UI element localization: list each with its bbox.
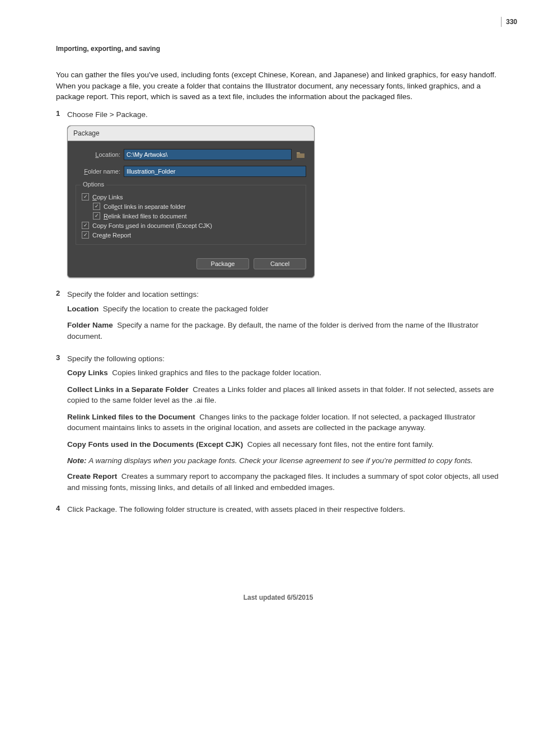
check-icon: ✓ <box>93 212 100 220</box>
def-relink: Relink Linked files to the Document Chan… <box>67 412 500 433</box>
options-group-title: Options <box>81 181 106 188</box>
page-number: 330 <box>501 17 517 27</box>
step-1-text: Choose File > Package. <box>67 109 500 120</box>
step-2-number: 2 <box>56 289 67 297</box>
package-button[interactable]: Package <box>196 258 249 269</box>
foldername-input[interactable]: Illustration_Folder <box>124 166 306 177</box>
step-3: 3 Specify the following options: Copy Li… <box>56 353 500 499</box>
foldername-label: Folder name: <box>76 168 124 175</box>
def-createreport: Create Report Creates a summary report t… <box>67 471 500 493</box>
cancel-button[interactable]: Cancel <box>254 258 306 269</box>
package-dialog: Package Location: C:\My Artwoks\ Folder … <box>67 125 315 278</box>
def-location: Location Specify the location to create … <box>67 304 500 315</box>
page-footer: Last updated 6/5/2015 <box>56 594 500 601</box>
dialog-title: Package <box>68 126 314 141</box>
intro-paragraph: You can gather the files you've used, in… <box>56 69 500 102</box>
note-line: Note: A warning displays when you packag… <box>67 455 500 466</box>
location-input[interactable]: C:\My Artwoks\ <box>124 149 292 160</box>
create-report-checkbox[interactable]: ✓ Create Report <box>82 231 300 239</box>
step-3-text: Specify the following options: <box>67 353 500 365</box>
step-1-number: 1 <box>56 109 67 118</box>
def-copylinks: Copy Links Copies linked graphics and fi… <box>67 367 500 379</box>
def-collect: Collect Links in a Separate Folder Creat… <box>67 384 500 406</box>
relink-files-checkbox[interactable]: ✓ Relink linked files to document <box>82 212 300 220</box>
check-icon: ✓ <box>82 231 89 239</box>
copy-links-checkbox[interactable]: ✓ Copy Links <box>82 193 300 200</box>
step-4: 4 Click Package. The following folder st… <box>56 504 500 515</box>
step-4-number: 4 <box>56 504 67 512</box>
def-copyfonts: Copy Fonts used in the Documents (Except… <box>67 439 500 450</box>
check-icon: ✓ <box>82 222 89 229</box>
section-header: Importing, exporting, and saving <box>56 45 500 53</box>
step-2: 2 Specify the folder and location settin… <box>56 289 500 347</box>
def-foldername: Folder Name Specify a name for the packa… <box>67 320 500 342</box>
copy-fonts-checkbox[interactable]: ✓ Copy Fonts used in document (Except CJ… <box>82 222 300 229</box>
step-2-text: Specify the folder and location settings… <box>67 289 500 300</box>
foldername-row: Folder name: Illustration_Folder <box>76 166 306 177</box>
check-icon: ✓ <box>93 203 100 210</box>
location-row: Location: C:\My Artwoks\ <box>76 149 306 160</box>
step-1: 1 Choose File > Package. <box>56 109 500 120</box>
browse-folder-button[interactable] <box>295 150 306 159</box>
location-label: Location: <box>76 151 124 158</box>
check-icon: ✓ <box>82 193 89 200</box>
options-group: Options ✓ Copy Links ✓ Collect links in … <box>76 185 306 245</box>
folder-icon <box>296 151 305 158</box>
collect-links-checkbox[interactable]: ✓ Collect links in separate folder <box>82 203 300 210</box>
step-3-number: 3 <box>56 353 67 362</box>
step-4-text: Click Package. The following folder stru… <box>67 504 500 515</box>
